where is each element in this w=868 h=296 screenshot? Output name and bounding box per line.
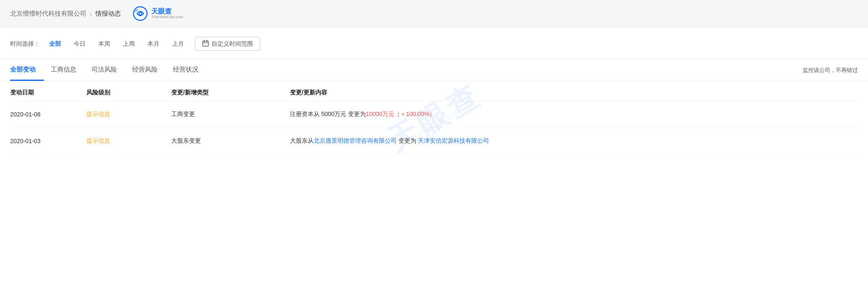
risk-hint-2[interactable]: 提示信息	[86, 137, 110, 145]
time-btn-this-week[interactable]: 本周	[93, 39, 115, 50]
table-row: 2020-01-03 提示信息 大股东变更 大股东从 北京愿景明德管理咨询有限公…	[10, 128, 858, 155]
content-highlight-1: 10000万元	[366, 111, 394, 118]
tab-operation-status[interactable]: 经营状况	[173, 59, 207, 81]
time-btn-all[interactable]: 全部	[44, 39, 66, 50]
tab-operation-risk[interactable]: 经营风险	[132, 59, 166, 81]
content-link2-2[interactable]: 天津安信宏源科技有限公司	[418, 137, 489, 145]
time-btn-today[interactable]: 今日	[69, 39, 91, 50]
breadcrumb-current: 情报动态	[95, 10, 121, 18]
tab-judicial-risk[interactable]: 司法风险	[92, 59, 125, 81]
time-btn-last-month[interactable]: 上月	[167, 39, 189, 50]
logo-name: 天眼查	[151, 8, 184, 15]
cell-content-1: 注册资本从 5000万元 变更为 10000万元 （＋100.00%）	[290, 111, 858, 118]
time-btn-last-week[interactable]: 上周	[118, 39, 140, 50]
cell-risk-2: 提示信息	[86, 137, 171, 145]
col-header-date: 变动日期	[10, 89, 86, 97]
time-filter-bar: 时间选择： 全部 今日 本周 上周 本月 上月 自定义时间范围	[0, 28, 868, 59]
tab-all-changes[interactable]: 全部变动	[10, 59, 44, 81]
tab-business-info[interactable]: 工商信息	[51, 59, 85, 81]
cell-content-2: 大股东从 北京愿景明德管理咨询有限公司 变更为 天津安信宏源科技有限公司	[290, 137, 858, 145]
table-row: 2020-01-08 提示信息 工商变更 注册资本从 5000万元 变更为 10…	[10, 101, 858, 128]
cell-risk-1: 提示信息	[86, 111, 171, 118]
logo-text: 天眼查 TianYanCha.com	[151, 8, 184, 19]
breadcrumb-separator: ›	[90, 10, 92, 17]
content-prefix-1: 注册资本从 5000万元 变更为	[290, 111, 366, 118]
calendar-icon	[202, 40, 209, 48]
header-bar: 北京懵懵时代科技有限公司 › 情报动态 天眼查 TianYanCha.com	[0, 0, 868, 28]
time-btn-this-month[interactable]: 本月	[142, 39, 164, 50]
content-link1-2[interactable]: 北京愿景明德管理咨询有限公司	[314, 137, 397, 145]
col-header-risk: 风险级别	[86, 89, 171, 97]
cell-date-1: 2020-01-08	[10, 111, 86, 118]
data-table: 天眼查 TianYanCha.com 变动日期 风险级别 变更/新增类型 变更/…	[0, 81, 868, 155]
time-options: 全部 今日 本周 上周 本月 上月	[44, 39, 189, 50]
svg-point-2	[139, 13, 141, 14]
table-header-row: 变动日期 风险级别 变更/新增类型 变更/更新内容	[10, 81, 858, 101]
svg-rect-3	[203, 41, 209, 46]
tab-bar: 全部变动 工商信息 司法风险 经营风险 经营状况 监控该公司，不再错过	[0, 59, 868, 81]
risk-hint-1[interactable]: 提示信息	[86, 111, 110, 118]
logo-area: 天眼查 TianYanCha.com	[133, 6, 184, 21]
custom-time-button[interactable]: 自定义时间范围	[195, 37, 260, 51]
content-suffix-1: （＋100.00%）	[394, 111, 435, 118]
content-middle-2: 变更为	[398, 137, 416, 145]
tianyancha-logo-icon	[133, 6, 148, 21]
col-header-change-content: 变更/更新内容	[290, 89, 858, 97]
custom-time-label: 自定义时间范围	[211, 40, 253, 48]
cell-change-type-1: 工商变更	[171, 111, 290, 118]
col-header-change-type: 变更/新增类型	[171, 89, 290, 97]
content-prefix-2: 大股东从	[290, 137, 314, 145]
breadcrumb-company[interactable]: 北京懵懵时代科技有限公司	[10, 10, 86, 18]
monitor-link[interactable]: 监控该公司，不再错过	[803, 60, 858, 80]
logo-sub: TianYanCha.com	[151, 15, 184, 19]
cell-date-2: 2020-01-03	[10, 137, 86, 145]
time-filter-label: 时间选择：	[10, 40, 40, 48]
cell-change-type-2: 大股东变更	[171, 137, 290, 145]
